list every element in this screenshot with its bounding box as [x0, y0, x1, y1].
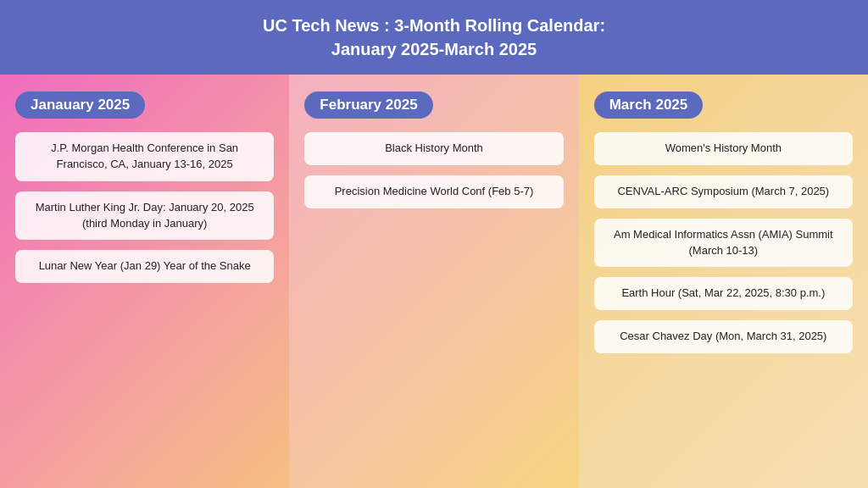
event-card: Lunar New Year (Jan 29) Year of the Snak…	[15, 250, 274, 283]
january-column: Janauary 2025 J.P. Morgan Health Confere…	[0, 75, 289, 488]
january-badge: Janauary 2025	[15, 92, 145, 119]
event-card: Earth Hour (Sat, Mar 22, 2025, 8:30 p.m.…	[594, 277, 853, 310]
march-badge: March 2025	[594, 92, 704, 119]
event-card: Am Medical Informatics Assn (AMIA) Summi…	[594, 219, 853, 268]
event-card: Women's History Month	[594, 132, 853, 165]
february-column: February 2025 Black History Month Precis…	[289, 75, 578, 488]
event-card: J.P. Morgan Health Conference in San Fra…	[15, 132, 274, 181]
header-line1: UC Tech News : 3-Month Rolling Calendar:	[17, 14, 851, 37]
header-line2: January 2025-March 2025	[17, 37, 851, 61]
event-card: Black History Month	[304, 132, 563, 165]
march-column: March 2025 Women's History Month CENVAL-…	[579, 75, 868, 488]
page-header: UC Tech News : 3-Month Rolling Calendar:…	[0, 0, 868, 75]
event-card: Precision Medicine World Conf (Feb 5-7)	[304, 175, 563, 208]
event-card: Martin Luther King Jr. Day: January 20, …	[15, 191, 274, 241]
event-card: Cesar Chavez Day (Mon, March 31, 2025)	[594, 320, 853, 353]
february-badge: February 2025	[304, 92, 432, 119]
calendar-content: Janauary 2025 J.P. Morgan Health Confere…	[0, 75, 868, 488]
event-card: CENVAL-ARC Symposium (March 7, 2025)	[594, 175, 853, 208]
